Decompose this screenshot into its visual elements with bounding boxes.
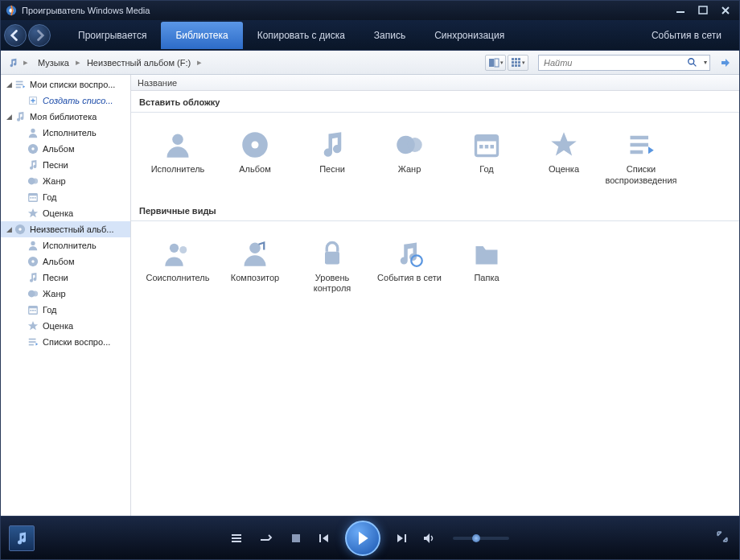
section-title: Первичные виды	[131, 200, 739, 221]
svg-point-49	[408, 138, 422, 152]
sidebar-item[interactable]: Альбом	[1, 141, 130, 157]
svg-rect-54	[491, 145, 495, 149]
view-icons-button[interactable]: ▾	[508, 55, 528, 71]
svg-rect-43	[29, 341, 36, 343]
library-item[interactable]: Год	[448, 126, 525, 190]
sidebar-item[interactable]: Жанр	[1, 173, 130, 189]
svg-rect-17	[16, 84, 23, 85]
sidebar-item[interactable]: Жанр	[1, 286, 130, 302]
tab-копировать-с-диска[interactable]: Копировать с диска	[243, 22, 360, 49]
chevron-right-icon: ▸	[74, 57, 82, 68]
app-icon	[6, 5, 17, 16]
library-item[interactable]: Оценка	[525, 126, 602, 190]
sidebar-item[interactable]: Год	[1, 189, 130, 205]
titlebar: Проигрыватель Windows Media	[1, 1, 739, 20]
tab-библиотека[interactable]: Библиотека	[161, 22, 242, 49]
library-item[interactable]: Исполнитель	[139, 126, 216, 190]
sidebar-item[interactable]: ◢Мои списки воспро...	[1, 76, 130, 93]
nav-row: ПроигрываетсяБиблиотекаКопировать с диск…	[1, 20, 739, 51]
next-button[interactable]	[392, 529, 409, 547]
main-tabs: ПроигрываетсяБиблиотекаКопировать с диск…	[64, 22, 736, 49]
column-header-name[interactable]: Название	[131, 75, 739, 91]
tree-expand-icon[interactable]: ◢	[4, 80, 14, 89]
tree-item-label: Списки воспро...	[43, 337, 110, 347]
sidebar-item[interactable]: Исполнитель	[1, 125, 130, 141]
sidebar-item[interactable]: Оценка	[1, 318, 130, 334]
sidebar-item[interactable]: ◢Моя библиотека	[1, 109, 130, 125]
tab-синхронизация[interactable]: Синхронизация	[420, 22, 519, 49]
mute-button[interactable]	[421, 529, 438, 547]
svg-point-24	[32, 179, 38, 184]
library-item[interactable]: Папка	[448, 234, 525, 299]
playlist-button[interactable]	[229, 529, 247, 547]
tree-item-label: Оценка	[43, 208, 73, 218]
svg-point-58	[170, 243, 179, 252]
svg-rect-5	[495, 59, 499, 67]
library-item[interactable]: Композитор	[216, 234, 294, 299]
tree-item-label: Создать списо...	[43, 96, 113, 105]
back-button[interactable]	[4, 24, 27, 47]
minimize-button[interactable]	[672, 4, 689, 17]
tab-запись[interactable]: Запись	[360, 22, 420, 49]
sidebar-item[interactable]: Песни	[1, 270, 130, 286]
svg-rect-10	[515, 61, 517, 64]
tree-item-label: Мои списки воспро...	[30, 80, 115, 89]
search-input[interactable]	[539, 58, 684, 68]
genre-icon	[27, 287, 39, 300]
svg-rect-16	[16, 81, 23, 83]
breadcrumb-item[interactable]: Неизвестный альбом (F:)	[82, 56, 195, 69]
section-title: Вставить обложку	[131, 91, 739, 113]
svg-rect-8	[518, 58, 520, 60]
library-item[interactable]: Уровень контроля	[294, 234, 371, 299]
volume-slider[interactable]	[453, 537, 509, 540]
help-button[interactable]	[718, 56, 733, 70]
svg-rect-14	[518, 64, 520, 67]
tree-item-label: Оценка	[43, 321, 73, 331]
view-layout-button[interactable]: ▾	[485, 55, 506, 71]
close-button[interactable]	[717, 4, 734, 17]
tree-expand-icon[interactable]: ◢	[4, 225, 14, 233]
play-button[interactable]	[345, 521, 380, 556]
search-box: ▾	[538, 55, 710, 71]
shuffle-button[interactable]	[258, 529, 276, 547]
stop-button[interactable]	[287, 529, 305, 547]
sidebar-item[interactable]: Год	[1, 302, 130, 318]
tree-expand-icon[interactable]: ◢	[4, 113, 14, 121]
library-item-label: Папка	[474, 273, 499, 284]
svg-rect-55	[631, 136, 649, 140]
search-button[interactable]	[684, 56, 701, 70]
year-icon	[27, 191, 39, 204]
library-item[interactable]: Списки воспроизведения	[602, 126, 680, 190]
sidebar-item[interactable]: Альбом	[1, 253, 130, 270]
sidebar-item[interactable]: Оценка	[1, 205, 130, 221]
library-item[interactable]: Песни	[294, 126, 371, 190]
window-controls	[672, 4, 734, 17]
library-item[interactable]: События в сети	[371, 234, 448, 299]
online-icon	[393, 237, 426, 270]
sidebar-item[interactable]: Исполнитель	[1, 237, 130, 253]
svg-rect-68	[405, 534, 406, 542]
artist-icon	[162, 129, 194, 161]
sidebar-item[interactable]: Списки воспро...	[1, 334, 130, 350]
now-playing-thumb[interactable]	[9, 525, 35, 551]
sidebar-item[interactable]: Создать списо...	[1, 93, 130, 109]
sidebar-item[interactable]: ◢Неизвестный альб...	[1, 221, 130, 237]
library-item-label: Соисполнитель	[146, 273, 210, 284]
library-item[interactable]: Альбом	[216, 126, 294, 190]
svg-point-59	[179, 246, 187, 253]
main-pane: Название Вставить обложкуИсполнительАльб…	[131, 75, 739, 516]
library-item[interactable]: Жанр	[371, 126, 448, 190]
previous-button[interactable]	[316, 529, 334, 547]
songs-icon	[27, 159, 39, 171]
compact-mode-button[interactable]	[717, 531, 731, 546]
tab-проигрывается[interactable]: Проигрывается	[64, 22, 161, 49]
year-icon	[471, 129, 503, 161]
tab-online-events[interactable]: События в сети	[637, 22, 736, 49]
forward-button[interactable]	[28, 24, 51, 47]
library-item[interactable]: Соисполнитель	[139, 234, 216, 299]
songs-icon	[27, 271, 39, 284]
maximize-button[interactable]	[694, 4, 712, 17]
sidebar-item[interactable]: Песни	[1, 157, 130, 173]
tree-item-label: Альбом	[43, 144, 74, 154]
breadcrumb-item[interactable]: Музыка	[33, 56, 74, 69]
